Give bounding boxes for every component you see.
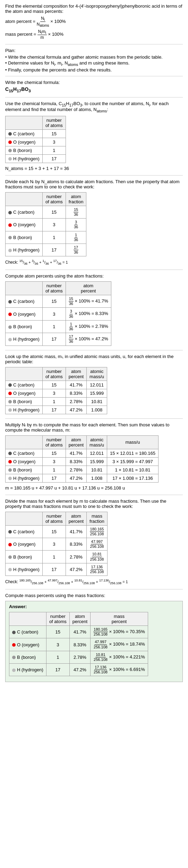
divider-1 (5, 44, 183, 44)
col-element-5 (6, 435, 43, 449)
oxygen-percent-3: 336 × 100% = 8.33% (66, 308, 111, 320)
oxygen-atoms-2: 3 (42, 219, 66, 231)
atom-percent-formula: atom percent = NiNatoms × 100% (5, 16, 183, 28)
oxygen-mass-4: 15.999 (87, 389, 107, 397)
carbon-ap-7: 41.7% (69, 626, 90, 638)
col-atom-frac: atomfraction (66, 192, 86, 206)
hydrogen-atoms-2: 17 (42, 244, 66, 256)
table-row: C (carbon) 15 41.7% 180.165256.108 (6, 525, 108, 538)
element-carbon-6: C (carbon) (6, 525, 43, 538)
hydrogen-frac-2: 1736 (66, 244, 86, 256)
carbon-masspct-7: 180.165256.108 × 100% = 70.35% (91, 626, 148, 638)
oxygen-dot-3 (8, 313, 12, 316)
table-row: H (hydrogen) 17 47.2% 17.136256.108 × 10… (9, 664, 148, 676)
boron-atoms-7: 1 (46, 651, 69, 663)
atoms-table: numberof atoms C (carbon) 15 O (oxygen) … (5, 116, 66, 163)
check-line-2: Check: 15/36 + 3/36 + 1/36 + 17/36 = 1 (5, 259, 183, 265)
plan-step-2: • Determine values for Ni, mi, Natoms an… (5, 60, 183, 67)
hydrogen-atoms-3: 17 (42, 333, 66, 346)
hydrogen-ap-7: 47.2% (69, 664, 90, 676)
table-row: O (oxygen) 3 8.33% 15.999 3 × 15.999 = 4… (6, 457, 159, 466)
element-boron-6: B (boron) (6, 551, 43, 563)
mass-percent-formula: mass percent = Nimim × 100% (5, 29, 183, 40)
table-row: C (carbon) 15 1536 (6, 206, 86, 218)
table1-intro: Use the chemical formula, C15H17BO3, to … (5, 101, 183, 113)
divider-9 (5, 589, 183, 589)
carbon-dot-2 (8, 211, 12, 214)
boron-dot-4 (8, 400, 12, 403)
col-num-atoms-5: numberof atoms (42, 435, 66, 449)
element-oxygen-1: O (oxygen) (6, 138, 43, 146)
boron-dot-3 (8, 325, 12, 329)
intro-text: Find the elemental composition for 4-(4'… (5, 3, 183, 14)
table-row: O (oxygen) 3 336 (6, 219, 86, 231)
oxygen-atoms-6: 3 (42, 538, 66, 550)
col-num-atoms-4: numberof atoms (42, 367, 66, 381)
mass-fractions-table: numberof atoms atompercent massfraction … (5, 512, 108, 576)
element-oxygen-6: O (oxygen) (6, 538, 43, 550)
element-hydrogen-1: H (hydrogen) (6, 154, 43, 163)
table-row: O (oxygen) 3 8.33% 47.997256.108 (6, 538, 108, 550)
col-element-7 (9, 612, 46, 626)
carbon-ap-6: 41.7% (66, 525, 86, 538)
oxygen-massu-5: 3 × 15.999 = 47.997 (107, 457, 159, 466)
col-element-4 (6, 367, 43, 381)
plan-step-3: • Finally, compute the percents and chec… (5, 67, 183, 73)
table-row: B (boron) 1 2.78% 10.81 1 × 10.81 = 10.8… (6, 466, 159, 474)
hydrogen-massu-5: 17 × 1.008 = 17.136 (107, 474, 159, 482)
table4-section: Look up the atomic mass, mᵢ, in unified … (5, 354, 183, 414)
boron-dot-2 (8, 236, 12, 239)
oxygen-masspct-7: 47.997256.108 × 100% = 18.74% (91, 638, 148, 651)
carbon-frac-2: 1536 (66, 206, 86, 218)
atom-percents-table: numberof atoms atompercent C (carbon) 15… (5, 281, 111, 346)
element-hydrogen-7: H (hydrogen) (9, 664, 46, 676)
boron-massu-5: 1 × 10.81 = 10.81 (107, 466, 159, 474)
carbon-ap-4: 41.7% (66, 381, 86, 389)
plan-header: Plan: (5, 48, 183, 53)
col-num-atoms-1: numberof atoms (42, 116, 66, 129)
element-hydrogen-5: H (hydrogen) (6, 474, 43, 482)
oxygen-atoms-7: 3 (46, 638, 69, 651)
carbon-dot-4 (8, 383, 12, 387)
hydrogen-ap-6: 47.2% (66, 563, 86, 576)
oxygen-ap-6: 8.33% (66, 538, 86, 550)
answer-section: Compute mass percents using the mass fra… (5, 593, 183, 682)
oxygen-dot-5 (8, 460, 12, 463)
table-row: B (boron) 1 2.78% 10.81 (6, 397, 107, 406)
carbon-mass-4: 12.011 (87, 381, 107, 389)
table6-intro: Divide the mass for each element by m to… (5, 499, 183, 509)
element-oxygen-5: O (oxygen) (6, 457, 43, 466)
chemical-formula-display: C15H17BO3 (5, 86, 183, 93)
carbon-dot-3 (8, 300, 12, 304)
col-mass-pct: masspercent (91, 612, 148, 626)
atom-fractions-table: numberof atoms atomfraction C (carbon) 1… (5, 192, 86, 257)
boron-atoms-3: 1 (42, 320, 66, 333)
hydrogen-atoms-6: 17 (42, 563, 66, 576)
hydrogen-percent-3: 1736 × 100% = 47.2% (66, 333, 111, 346)
boron-dot-7 (12, 656, 16, 659)
carbon-atoms-7: 15 (46, 626, 69, 638)
check-line-6: Check: 180.165/256.108 + 47.997/256.108 … (5, 579, 183, 585)
carbon-percent-3: 1536 × 100% = 41.7% (66, 295, 111, 308)
table-row: B (boron) 1 2.78% 10.81256.108 × 100% = … (9, 651, 148, 663)
table-row: O (oxygen) 3 336 × 100% = 8.33% (6, 308, 111, 320)
col-num-atoms-3: numberof atoms (42, 282, 66, 295)
element-carbon-1: C (carbon) (6, 129, 43, 138)
hydrogen-masspct-7: 17.136256.108 × 100% = 6.691% (91, 664, 148, 676)
table-row: H (hydrogen) 17 47.2% 1.008 17 × 1.008 =… (6, 474, 159, 482)
table5-section: Multiply Nᵢ by mᵢ to compute the mass fo… (5, 422, 183, 491)
element-boron-7: B (boron) (9, 651, 46, 663)
oxygen-dot-7 (12, 643, 16, 647)
boron-percent-3: 136 × 100% = 2.78% (66, 320, 111, 333)
carbon-atoms-4: 15 (42, 381, 66, 389)
element-boron-2: B (boron) (6, 231, 43, 244)
write-formula-label: Write the chemical formula: (5, 80, 183, 85)
boron-mass-5: 10.81 (87, 466, 107, 474)
boron-atoms-2: 1 (42, 231, 66, 244)
boron-massfrac-6: 10.81256.108 (87, 551, 108, 563)
carbon-massu-5: 15 × 12.011 = 180.165 (107, 449, 159, 457)
element-carbon-7: C (carbon) (9, 626, 46, 638)
col-atom-pct-6: atompercent (66, 512, 86, 525)
col-mass-frac: massfraction (87, 512, 108, 525)
col-atom-pct-4: atompercent (66, 367, 86, 381)
